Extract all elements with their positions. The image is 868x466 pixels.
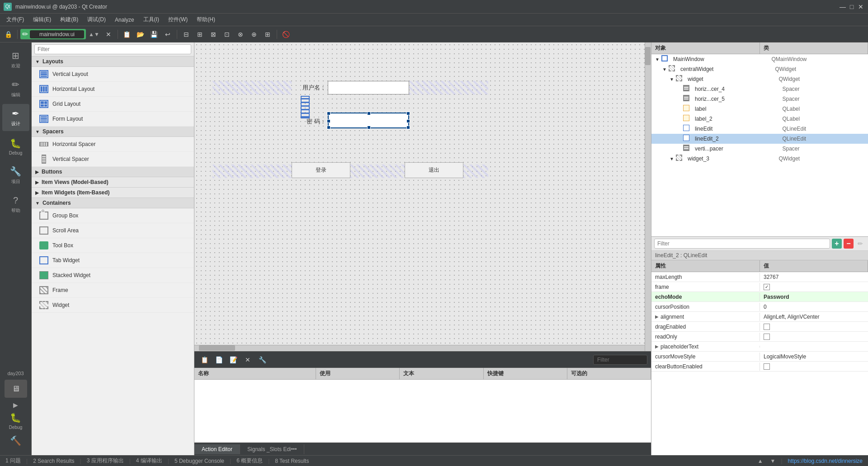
tree-item-mainwindow[interactable]: ▼ MainWindow QMainWindow xyxy=(651,54,868,64)
menu-analyze[interactable]: Analyze xyxy=(110,15,139,25)
widget-horizontal-layout[interactable]: Horizontal Layout xyxy=(32,82,194,97)
prop-clearbtn-value[interactable] xyxy=(760,362,868,371)
props-filter-input[interactable] xyxy=(654,239,830,249)
readonly-checkbox[interactable] xyxy=(764,334,770,340)
status-compile[interactable]: 4 编译输出 xyxy=(134,457,164,465)
tree-item-label[interactable]: label QLabel xyxy=(651,104,868,114)
tree-item-vertipacer[interactable]: verti...pacer Spacer xyxy=(651,144,868,154)
activity-help[interactable]: ? 帮助 xyxy=(2,191,29,218)
prop-dragenable[interactable]: dragEnabled xyxy=(651,322,868,332)
prop-alignment-value[interactable]: AlignLeft, AlignVCenter xyxy=(760,313,868,321)
status-debugger[interactable]: 5 Debugger Console xyxy=(173,458,226,464)
arrow-widget3[interactable]: ▼ xyxy=(670,156,676,161)
handle-bl[interactable] xyxy=(327,126,330,129)
action-edit-btn[interactable]: 📝 xyxy=(227,353,240,366)
handle-bm[interactable] xyxy=(367,126,371,129)
status-app-output[interactable]: 3 应用程序输出 xyxy=(85,457,126,465)
layout-grid-btn[interactable]: ⊠ xyxy=(207,28,220,41)
tree-item-widget3[interactable]: ▼ widget_3 QWidget xyxy=(651,154,868,164)
status-problems[interactable]: 1 问题 xyxy=(4,457,23,465)
adjust-size-btn[interactable]: ⊕ xyxy=(248,28,260,41)
props-edit-btn[interactable]: ✏ xyxy=(855,239,865,249)
props-remove-btn[interactable]: − xyxy=(844,239,854,249)
prop-maxlength[interactable]: maxLength 32767 xyxy=(651,272,868,282)
alignment-expand-icon[interactable]: ▶ xyxy=(655,314,659,319)
tree-item-centralwidget[interactable]: ▼ centralWidget QWidget xyxy=(651,64,868,74)
prop-placeholdertext[interactable]: ▶ placeholderText xyxy=(651,342,868,352)
preview-btn[interactable]: 🚫 xyxy=(280,28,292,41)
prop-placeholdertext-value[interactable] xyxy=(760,346,868,348)
prop-alignment[interactable]: ▶ alignment AlignLeft, AlignVCenter xyxy=(651,312,868,322)
day203-monitor[interactable]: 🖥 xyxy=(5,380,27,398)
status-up[interactable]: ▲ xyxy=(756,458,765,464)
grid-snap-btn[interactable]: ⊞ xyxy=(261,28,274,41)
action-open-btn[interactable]: 📄 xyxy=(212,353,225,366)
tree-item-widget[interactable]: ▼ widget QWidget xyxy=(651,74,868,84)
arrow-widget[interactable]: ▼ xyxy=(670,77,676,82)
tab-signals-slots[interactable]: Signals _Slots Edi••• xyxy=(240,444,304,454)
handle-tr[interactable] xyxy=(406,112,410,115)
category-spacers[interactable]: Spacers xyxy=(32,127,194,137)
widget-grid-layout[interactable]: Grid Layout xyxy=(32,97,194,112)
category-item-views[interactable]: ▶ Item Views (Model-Based) xyxy=(32,177,194,188)
handle-mr[interactable] xyxy=(406,119,410,123)
prop-echomode[interactable]: echoMode Password xyxy=(651,292,868,302)
scroll-thumb-h[interactable] xyxy=(199,345,235,351)
password-input[interactable] xyxy=(328,113,409,128)
prop-frame[interactable]: frame ✓ xyxy=(651,282,868,292)
activity-project[interactable]: 🔧 项目 xyxy=(2,162,29,189)
close-file-btn[interactable]: ✕ xyxy=(102,28,115,41)
editor-scrollbar-vertical[interactable] xyxy=(645,42,651,351)
handle-tl[interactable] xyxy=(327,112,330,115)
action-filter-input[interactable] xyxy=(593,355,647,365)
clearbtn-checkbox[interactable] xyxy=(764,363,770,370)
menu-build[interactable]: 构建(B) xyxy=(56,14,83,25)
file-arrow[interactable]: ▲▼ xyxy=(87,31,101,38)
category-layouts[interactable]: Layouts xyxy=(32,56,194,67)
tab-action-editor[interactable]: Action Editor xyxy=(194,444,240,454)
props-add-btn[interactable]: + xyxy=(832,239,842,249)
prop-maxlength-value[interactable]: 32767 xyxy=(760,273,868,281)
widget-vertical-layout[interactable]: Vertical Layout xyxy=(32,67,194,82)
day203-arrow[interactable]: ▶ xyxy=(13,401,18,409)
arrow-mainwindow[interactable]: ▼ xyxy=(655,57,661,62)
status-test[interactable]: 8 Test Results xyxy=(273,458,311,464)
new-form-btn[interactable]: 📋 xyxy=(121,28,133,41)
prop-dragenable-value[interactable] xyxy=(760,323,868,331)
placeholder-expand-icon[interactable]: ▶ xyxy=(655,344,659,349)
undo-btn[interactable]: ↩ xyxy=(161,28,174,41)
prop-echomode-value[interactable]: Password xyxy=(760,293,868,301)
status-down[interactable]: ▼ xyxy=(769,458,778,464)
prop-readonly[interactable]: readOnly xyxy=(651,332,868,342)
menu-tools[interactable]: 工具(I) xyxy=(139,14,164,25)
category-buttons[interactable]: Buttons xyxy=(32,167,194,177)
activity-welcome[interactable]: ⊞ 欢迎 xyxy=(2,46,29,73)
prop-frame-value[interactable]: ✓ xyxy=(760,283,868,291)
widget-tool-box[interactable]: Tool Box xyxy=(32,238,194,253)
exit-button[interactable]: 退出 xyxy=(405,162,463,178)
handle-tm[interactable] xyxy=(367,112,371,115)
action-new-btn[interactable]: 📋 xyxy=(198,353,211,366)
minimize-button[interactable]: — xyxy=(839,3,846,10)
widget-scroll-area[interactable]: Scroll Area xyxy=(32,223,194,238)
lock-btn[interactable]: 🔒 xyxy=(2,28,14,41)
layout-h-btn[interactable]: ⊟ xyxy=(180,28,193,41)
widget-frame[interactable]: Frame xyxy=(32,283,194,298)
layout-break-btn[interactable]: ⊗ xyxy=(234,28,247,41)
tree-item-lineedit[interactable]: lineEdit QLineEdit xyxy=(651,124,868,134)
action-tool-btn[interactable]: 🔧 xyxy=(256,353,269,366)
menu-controls[interactable]: 控件(W) xyxy=(164,14,192,25)
tree-item-lineedit2[interactable]: lineEdit_2 QLineEdit xyxy=(651,134,868,144)
widget-vertical-spacer[interactable]: Vertical Spacer xyxy=(32,152,194,167)
activity-debug[interactable]: 🐛 Debug xyxy=(2,133,29,160)
maximize-button[interactable]: □ xyxy=(848,3,855,10)
prop-cursorpos-value[interactable]: 0 xyxy=(760,303,868,311)
tree-item-label2[interactable]: label_2 QLabel xyxy=(651,114,868,124)
prop-clearbtn[interactable]: clearButtonEnabled xyxy=(651,362,868,372)
widget-horizontal-spacer[interactable]: Horizontal Spacer xyxy=(32,137,194,152)
tree-item-horiz4[interactable]: horiz...cer_4 Spacer xyxy=(651,84,868,94)
open-form-btn[interactable]: 📂 xyxy=(134,28,147,41)
prop-readonly-value[interactable] xyxy=(760,333,868,341)
menu-file[interactable]: 文件(F) xyxy=(2,14,28,25)
debug2-item[interactable]: 🐛 Debug xyxy=(2,410,29,432)
